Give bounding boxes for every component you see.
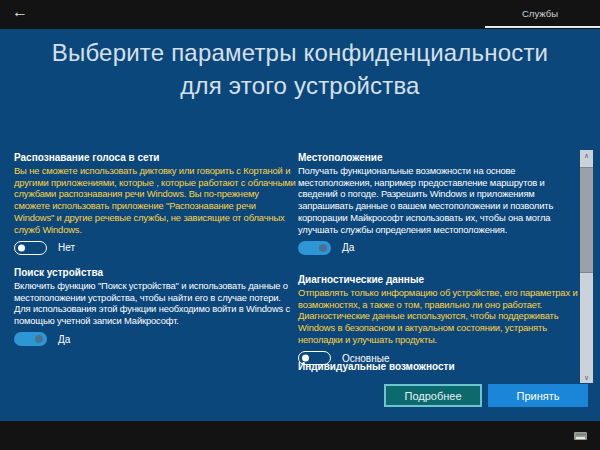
section-description: Вы не сможете использовать диктовку или … [14,165,296,235]
section-description: Получать функциональные возможности на о… [298,165,580,235]
toggle-label: Нет [58,242,75,253]
speech-toggle[interactable] [14,241,47,255]
accept-button[interactable]: Принять [488,384,588,407]
section-header: Диагностические данные [298,274,580,285]
scrollbar-thumb[interactable] [580,167,593,273]
scrollbar-up-icon[interactable]: ∧ [580,150,593,161]
section-header: Распознавание голоса в сети [14,152,296,163]
toggle-row: Да [298,240,580,255]
scrollbar-down-icon[interactable]: ∨ [580,372,593,383]
keyboard-icon[interactable] [574,432,587,440]
top-bar: ← Службы [0,0,600,29]
toggle-knob-icon [18,244,25,251]
toggle-label: Да [58,334,70,345]
toggle-row: Да [14,332,296,347]
scrollbar[interactable]: ∧ ∨ [580,150,593,383]
section-diagnostics: Диагностические данные Отправлять только… [298,274,580,366]
section-find-device: Поиск устройства Включить функцию "Поиск… [14,267,296,347]
tab-active-underline [485,26,600,28]
section-description: Включить функцию "Поиск устройства" и ис… [14,280,296,327]
section-header: Поиск устройства [14,267,296,278]
section-online-speech: Распознавание голоса в сети Вы не сможет… [14,152,296,255]
back-arrow-icon[interactable]: ← [12,3,28,21]
toggle-row: Нет [14,240,296,255]
page-title: Выберите параметры конфиденциальности дл… [34,36,566,102]
find-device-toggle[interactable] [14,332,47,346]
tab-services[interactable]: Службы [522,8,558,19]
learn-more-button[interactable]: Подробнее [384,384,482,407]
section-location: Местоположение Получать функциональные в… [298,152,580,255]
oobe-privacy-screen: ← Службы Выберите параметры конфиденциал… [0,0,600,450]
section-header: Индивидуальные возможности [298,361,580,372]
toggle-knob-icon [35,335,43,343]
section-tailored-experiences: Индивидуальные возможности [298,361,580,374]
toggle-label: Да [342,242,354,253]
section-description: Отправлять только информацию об устройст… [298,287,580,346]
location-toggle[interactable] [298,241,331,255]
section-header: Местоположение [298,152,580,163]
toggle-knob-icon [319,244,327,252]
taskbar [0,421,600,450]
